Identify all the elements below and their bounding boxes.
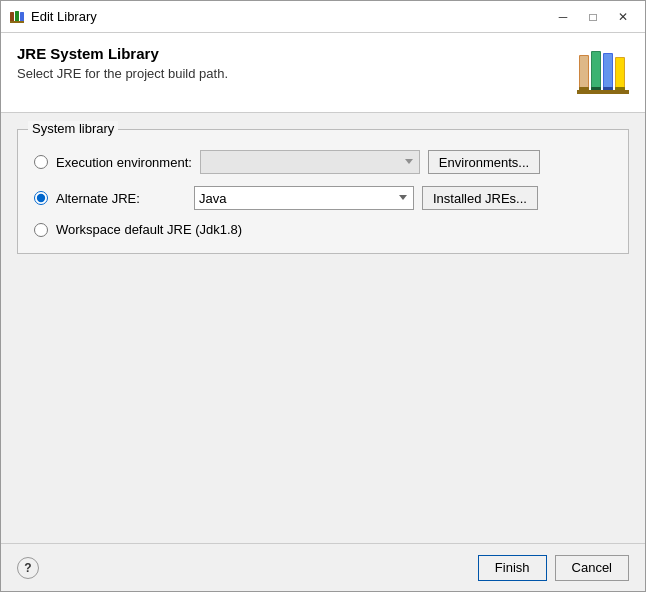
installed-jres-button[interactable]: Installed JREs... [422, 186, 538, 210]
svg-rect-5 [580, 56, 588, 90]
header-section: JRE System Library Select JRE for the pr… [1, 33, 645, 113]
help-button[interactable]: ? [17, 557, 39, 579]
alternate-jre-label[interactable]: Alternate JRE: [56, 191, 186, 206]
content-area: System library Execution environment: En… [1, 113, 645, 543]
execution-env-row: Execution environment: Environments... [34, 150, 612, 174]
svg-rect-1 [15, 11, 19, 22]
svg-rect-8 [592, 52, 600, 90]
cancel-button[interactable]: Cancel [555, 555, 629, 581]
svg-rect-6 [579, 87, 589, 90]
finish-button[interactable]: Finish [478, 555, 547, 581]
svg-rect-14 [616, 58, 624, 90]
execution-env-combo[interactable] [200, 150, 420, 174]
dialog-title: JRE System Library [17, 45, 228, 62]
svg-rect-12 [603, 87, 613, 90]
minimize-button[interactable]: ─ [549, 6, 577, 28]
environments-button[interactable]: Environments... [428, 150, 540, 174]
main-window: Edit Library ─ □ ✕ JRE System Library Se… [0, 0, 646, 592]
execution-env-label[interactable]: Execution environment: [56, 155, 192, 170]
svg-rect-9 [591, 87, 601, 90]
svg-rect-16 [577, 90, 629, 94]
workspace-default-row: Workspace default JRE (Jdk1.8) [34, 222, 612, 237]
svg-rect-3 [10, 21, 24, 23]
alternate-jre-radio[interactable] [34, 191, 48, 205]
close-button[interactable]: ✕ [609, 6, 637, 28]
footer: ? Finish Cancel [1, 543, 645, 591]
svg-rect-11 [604, 54, 612, 90]
group-legend: System library [28, 121, 118, 136]
execution-env-radio[interactable] [34, 155, 48, 169]
svg-rect-15 [615, 87, 625, 90]
dialog-subtitle: Select JRE for the project build path. [17, 66, 228, 81]
alternate-jre-combo[interactable]: Java [194, 186, 414, 210]
header-text: JRE System Library Select JRE for the pr… [17, 45, 228, 81]
window-controls: ─ □ ✕ [549, 6, 637, 28]
maximize-button[interactable]: □ [579, 6, 607, 28]
books-icon [577, 45, 629, 100]
window-icon [9, 9, 25, 25]
titlebar: Edit Library ─ □ ✕ [1, 1, 645, 33]
system-library-group: System library Execution environment: En… [17, 129, 629, 254]
footer-right: Finish Cancel [478, 555, 629, 581]
workspace-default-label[interactable]: Workspace default JRE (Jdk1.8) [56, 222, 242, 237]
window-title: Edit Library [31, 9, 549, 24]
alternate-jre-row: Alternate JRE: Java Installed JREs... [34, 186, 612, 210]
svg-rect-0 [10, 12, 14, 22]
svg-rect-2 [20, 12, 24, 22]
footer-left: ? [17, 557, 39, 579]
workspace-default-radio[interactable] [34, 223, 48, 237]
